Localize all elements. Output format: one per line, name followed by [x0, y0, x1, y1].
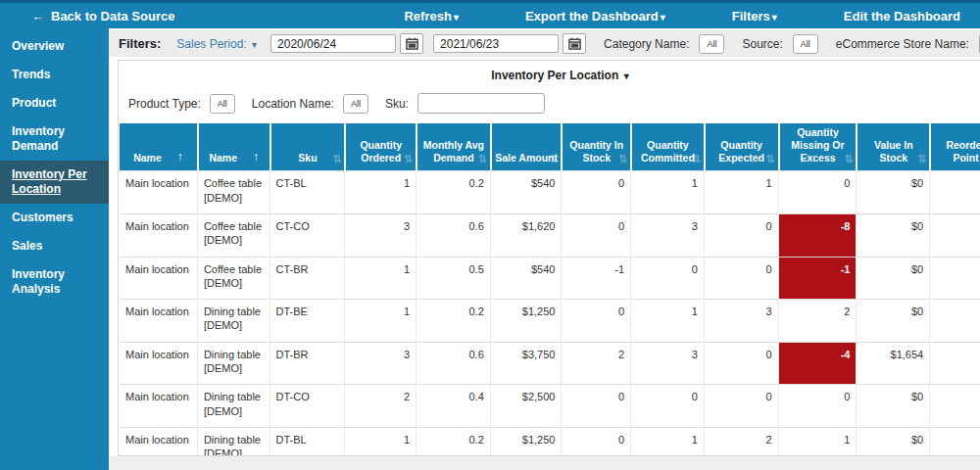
table-cell: -8 — [778, 214, 857, 258]
col-header-quantity-committed[interactable]: Quantity Committed⇅ — [630, 123, 704, 170]
table-cell: 0 — [561, 170, 630, 214]
sidebar-item-product[interactable]: Product — [0, 89, 109, 118]
col-header-quantity-expected[interactable]: Quantity Expected⇅ — [704, 123, 778, 170]
sidebar-item-overview[interactable]: Overview — [0, 32, 109, 61]
table-cell: $0 — [856, 170, 929, 214]
table-cell: Dining table [DEMO] — [197, 343, 270, 386]
location-name-filter-button[interactable]: All — [343, 94, 368, 114]
col-header-quantity-missing-or-excess[interactable]: Quantity Missing Or Excess⇅ — [778, 123, 857, 170]
col-header-location-name[interactable]: Name↑ — [120, 123, 197, 170]
table-header-row: Name↑ Name↑ Sku⇅ Quantity Ordered⇅ Month… — [120, 123, 980, 170]
table-cell: -1 — [778, 258, 857, 301]
table-cell: 1 — [344, 428, 416, 456]
table-cell: Main location — [120, 214, 197, 258]
date-from-input[interactable] — [270, 34, 396, 53]
back-to-data-source-link[interactable]: ← Back to Data Source — [31, 9, 174, 24]
col-header-quantity-in-stock[interactable]: Quantity In Stock⇅ — [561, 123, 630, 170]
table-cell: 0.4 — [416, 385, 490, 428]
col-header-quantity-ordered[interactable]: Quantity Ordered⇅ — [344, 123, 416, 170]
table-cell: Main location — [120, 300, 197, 343]
chevron-down-icon: ▾ — [252, 39, 257, 50]
table-row: Main locationCoffee table [DEMO]CT-BL10.… — [120, 170, 980, 214]
sort-asc-icon: ↑ — [253, 150, 259, 164]
sort-icon: ⇅ — [478, 153, 487, 166]
table-cell: 1 — [344, 170, 416, 214]
table-cell: CT-BL — [270, 170, 345, 214]
sidebar-item-inventory-demand[interactable]: Inventory Demand — [0, 118, 109, 161]
sort-icon: ⇅ — [765, 153, 774, 166]
sales-period-dropdown[interactable]: Sales Period: ▾ — [176, 37, 257, 51]
filters-label: Filters: — [119, 36, 161, 51]
sidebar-item-trends[interactable]: Trends — [0, 61, 109, 89]
category-name-filter-button[interactable]: All — [699, 34, 724, 54]
sort-icon: ⇅ — [618, 153, 627, 166]
table-cell: $3,750 — [490, 343, 562, 386]
table-row: Main locationDining table [DEMO]DT-BL10.… — [120, 428, 980, 456]
sort-icon: ⇅ — [404, 153, 413, 166]
col-header-value-in-stock[interactable]: Value In Stock⇅ — [856, 123, 929, 170]
table-cell: 0 — [630, 258, 704, 301]
sidebar-item-customers[interactable]: Customers — [0, 204, 109, 232]
filters-menu[interactable]: Filters▾ — [732, 9, 777, 24]
chevron-down-icon: ▾ — [661, 12, 665, 23]
date-from-calendar-button[interactable] — [400, 33, 423, 54]
table-cell: Dining table [DEMO] — [197, 300, 270, 343]
sidebar-item-sales[interactable]: Sales — [0, 232, 109, 260]
table-cell: 0 — [929, 170, 980, 214]
table-cell: 0 — [778, 170, 857, 214]
table-cell: 5 — [929, 214, 980, 258]
sidebar-item-inventory-analysis[interactable]: Inventory Analysis — [0, 260, 109, 304]
product-type-label: Product Type: — [128, 97, 201, 111]
chevron-down-icon: ▾ — [772, 12, 777, 23]
table-cell: CT-CO — [270, 214, 345, 258]
table-row: Main locationCoffee table [DEMO]CT-CO30.… — [120, 214, 980, 258]
col-header-reorder-point[interactable]: Reorder Point⇅ — [929, 123, 980, 170]
col-header-sale-amount[interactable]: Sale Amount⇅ — [490, 123, 562, 170]
table-cell: 0.5 — [416, 258, 490, 301]
calendar-icon — [406, 37, 418, 50]
table-cell: 2 — [778, 300, 857, 343]
refresh-menu[interactable]: Refresh▾ — [404, 9, 458, 24]
source-filter-button[interactable]: All — [793, 34, 818, 54]
table-body: Main locationCoffee table [DEMO]CT-BL10.… — [120, 170, 980, 456]
table-cell: $1,654 — [856, 343, 929, 386]
table-cell: 0.2 — [416, 300, 490, 343]
chevron-down-icon: ▾ — [624, 70, 629, 81]
table-cell: DT-CO — [270, 385, 345, 428]
table-cell: 0 — [561, 385, 630, 428]
col-header-monthly-avg-demand[interactable]: Monthly Avg Demand⇅ — [416, 123, 490, 170]
product-type-filter-button[interactable]: All — [210, 94, 235, 114]
table-cell: 0 — [704, 258, 778, 301]
sort-icon: ⇅ — [844, 153, 853, 166]
table-cell: Main location — [120, 385, 197, 428]
location-name-label: Location Name: — [252, 97, 334, 111]
sidebar-item-inventory-per-location[interactable]: Inventory Per Location — [0, 161, 109, 204]
table-cell: DT-BE — [270, 300, 345, 343]
date-to-input[interactable] — [433, 34, 559, 53]
table-cell: 0 — [630, 385, 704, 428]
table-cell: 1 — [630, 428, 704, 456]
table-cell: DT-BR — [270, 343, 345, 386]
table-cell: Main location — [120, 343, 197, 386]
table-cell: 3 — [704, 300, 778, 343]
table-cell: $0 — [856, 428, 929, 456]
table-cell: $2,500 — [490, 385, 562, 428]
date-to-calendar-button[interactable] — [563, 33, 586, 54]
sku-label: Sku: — [385, 97, 409, 111]
sort-icon: ⇅ — [549, 153, 558, 166]
col-header-product-name[interactable]: Name↑ — [197, 123, 270, 170]
export-dashboard-menu[interactable]: Export the Dashboard▾ — [525, 9, 665, 24]
sku-input[interactable] — [417, 93, 545, 114]
back-arrow-icon: ← — [31, 9, 44, 24]
edit-dashboard-button[interactable]: Edit the Dashboard — [844, 9, 960, 24]
sort-icon: ⇅ — [917, 153, 926, 166]
table-cell: 1 — [344, 258, 416, 301]
global-filter-bar: Filters: Sales Period: ▾ Category Name: … — [109, 30, 980, 57]
table-cell: 0 — [929, 300, 980, 343]
table-row: Main locationDining table [DEMO]DT-CO20.… — [120, 385, 980, 428]
panel-title-dropdown[interactable]: Inventory Per Location ▾ — [119, 61, 980, 86]
table-cell: $540 — [490, 258, 562, 301]
table-cell: $0 — [856, 258, 929, 301]
col-header-sku[interactable]: Sku⇅ — [270, 123, 345, 170]
table-cell: 0 — [704, 385, 778, 428]
